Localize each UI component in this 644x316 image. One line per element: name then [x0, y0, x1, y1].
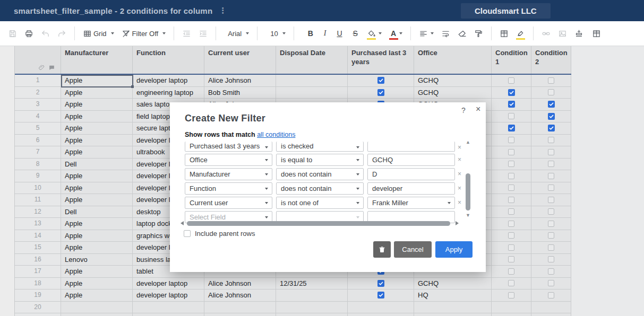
scroll-up-icon[interactable]: ▲	[466, 139, 470, 145]
column-header-disposal[interactable]: Disposal Date	[276, 46, 348, 74]
checkbox-unchecked-icon[interactable]	[548, 292, 554, 299]
column-header-manufacturer[interactable]: Manufacturer	[61, 46, 133, 74]
cancel-button[interactable]: Cancel	[394, 241, 432, 258]
redo-button[interactable]	[54, 25, 70, 42]
column-header-office[interactable]: Office	[414, 46, 492, 74]
cell-office[interactable]	[414, 302, 492, 314]
cell-office[interactable]: GCHQ	[414, 75, 492, 87]
more-tools-button[interactable]	[588, 25, 605, 42]
cell-cond2[interactable]	[531, 111, 571, 123]
account-name[interactable]: Cloudsmart LLC	[461, 3, 551, 19]
cell-manufacturer[interactable]: Apple	[61, 289, 133, 302]
vertical-scroll-thumb[interactable]	[466, 173, 470, 210]
cell-cond1[interactable]	[492, 111, 531, 123]
cell-cond1[interactable]	[492, 194, 531, 206]
row-number[interactable]: 15	[15, 242, 61, 254]
condition-field-select[interactable]: Current user	[185, 197, 272, 209]
checkbox-unchecked-icon[interactable]	[548, 137, 554, 143]
cell-cond2[interactable]	[531, 302, 571, 314]
checkbox-unchecked-icon[interactable]	[508, 149, 514, 155]
cell-manufacturer[interactable]: Apple	[61, 75, 133, 87]
cell-current_user[interactable]	[204, 313, 276, 316]
cell-manufacturer[interactable]: Apple	[61, 99, 133, 111]
column-header-current_user[interactable]: Current user	[204, 46, 276, 74]
cell-cond2[interactable]	[531, 230, 571, 242]
undo-button[interactable]	[37, 25, 54, 42]
condition-field-select[interactable]: Function	[185, 182, 272, 195]
cell-manufacturer[interactable]: Dell	[61, 159, 133, 171]
comment-column-icon[interactable]	[48, 64, 55, 71]
insert-row-button[interactable]	[571, 25, 587, 42]
cell-cond1[interactable]	[492, 122, 531, 135]
font-family-selector[interactable]: Arial	[222, 25, 253, 42]
condition-field-select[interactable]: Manufacturer	[185, 168, 272, 180]
cell-cond2[interactable]	[531, 146, 571, 159]
checkbox-unchecked-icon[interactable]	[548, 208, 554, 215]
checkbox-unchecked-icon[interactable]	[508, 268, 514, 275]
kebab-menu-icon[interactable]: ⋮	[219, 6, 227, 15]
checkbox-checked-icon[interactable]	[548, 113, 555, 120]
cell-disposal[interactable]	[276, 289, 348, 302]
fill-color-button[interactable]	[363, 25, 385, 42]
checkbox-checked-icon[interactable]	[508, 89, 515, 96]
cell-cond2[interactable]	[531, 218, 571, 230]
checkbox-unchecked-icon[interactable]	[508, 256, 514, 262]
checkbox-unchecked-icon[interactable]	[508, 208, 514, 215]
cell-manufacturer[interactable]: Apple	[61, 122, 133, 135]
row-number[interactable]: 17	[15, 266, 61, 278]
row-number[interactable]: 4	[15, 111, 61, 123]
cell-disposal[interactable]	[276, 302, 348, 314]
condition-operator-select[interactable]: is checked	[276, 142, 364, 152]
cell-cond2[interactable]	[531, 135, 571, 147]
remove-condition-button[interactable]: ×	[458, 156, 461, 163]
row-number[interactable]: 9	[15, 170, 61, 182]
cell-cond2[interactable]	[531, 87, 571, 99]
cell-cond1[interactable]	[492, 254, 531, 266]
cell-purchased[interactable]	[348, 87, 414, 99]
cell-function[interactable]: developer laptop	[133, 75, 204, 87]
condition-field-select[interactable]: Office	[185, 154, 272, 166]
row-number[interactable]: 18	[15, 278, 61, 290]
checkbox-unchecked-icon[interactable]	[548, 232, 554, 239]
cell-cond1[interactable]	[492, 313, 531, 316]
row-number[interactable]: 19	[15, 289, 61, 302]
cell-manufacturer[interactable]: Apple	[61, 182, 133, 195]
cell-function[interactable]	[133, 302, 204, 314]
cell-disposal[interactable]	[276, 87, 348, 99]
apply-button[interactable]: Apply	[435, 241, 473, 258]
cell-cond2[interactable]	[531, 75, 571, 87]
checkbox-unchecked-icon[interactable]	[508, 292, 514, 299]
cell-disposal[interactable]: 12/31/25	[276, 278, 348, 290]
horizontal-scroll-thumb[interactable]	[187, 221, 450, 226]
column-header-cond2[interactable]: Condition 2	[531, 46, 571, 74]
scroll-left-icon[interactable]	[181, 221, 184, 225]
cell-function[interactable]: developer laptop	[133, 278, 204, 290]
checkbox-unchecked-icon[interactable]	[508, 137, 514, 143]
cell-cond1[interactable]	[492, 242, 531, 254]
cell-purchased[interactable]	[348, 278, 414, 290]
checkbox-checked-icon[interactable]	[377, 89, 384, 96]
condition-value-input[interactable]	[367, 142, 455, 152]
checkbox-unchecked-icon[interactable]	[508, 221, 514, 227]
checkbox-checked-icon[interactable]	[377, 77, 384, 84]
cell-cond2[interactable]	[531, 99, 571, 111]
cell-cond1[interactable]	[492, 302, 531, 314]
cell-manufacturer[interactable]: Lenovo	[61, 254, 133, 266]
checkbox-unchecked-icon[interactable]	[508, 232, 514, 239]
underline-button[interactable]: U	[331, 25, 347, 42]
scroll-down-icon[interactable]: ▼	[466, 213, 470, 218]
checkbox-unchecked-icon[interactable]	[548, 280, 554, 286]
checkbox-unchecked-icon[interactable]	[508, 244, 514, 251]
bold-button[interactable]: B	[303, 25, 319, 42]
cell-office[interactable]: GCHQ	[414, 87, 492, 99]
attachment-column-icon[interactable]	[38, 64, 45, 71]
column-header-purchased[interactable]: Purchased last 3 years	[348, 46, 414, 74]
row-number[interactable]: 3	[15, 99, 61, 111]
cell-cond2[interactable]	[531, 159, 571, 171]
row-number[interactable]: 20	[15, 302, 61, 314]
cell-cond2[interactable]	[531, 266, 571, 278]
condition-operator-select[interactable]: does not contain	[276, 182, 364, 195]
cell-current_user[interactable]: Alice Johnson	[204, 278, 276, 290]
filter-selector[interactable]: Filter Off	[118, 25, 170, 42]
column-header-function[interactable]: Function	[133, 46, 204, 74]
